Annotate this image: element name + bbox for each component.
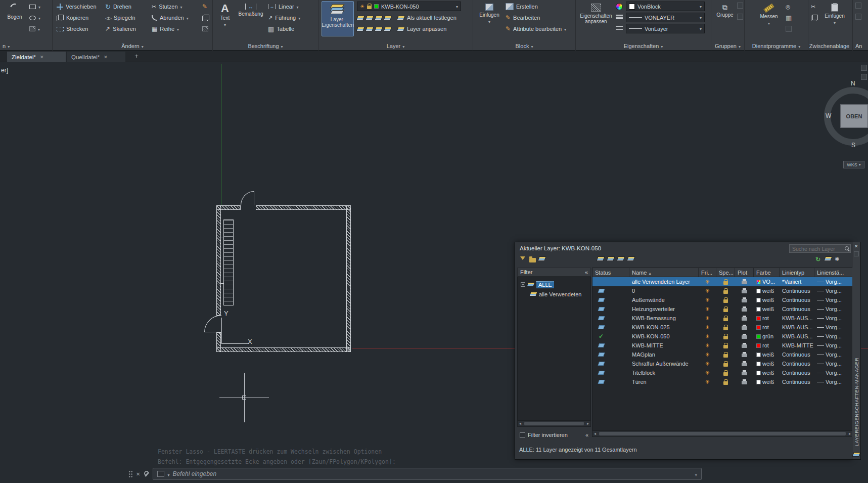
panel-modify-label[interactable]: Ändern bbox=[53, 43, 212, 49]
layer-linetype-cell[interactable]: Continuous bbox=[780, 359, 814, 368]
layer-row[interactable]: Außenwände☀weißContinuousVorg... bbox=[592, 295, 852, 304]
layer-lock-toggle[interactable] bbox=[716, 377, 735, 386]
dock-grip-handle[interactable] bbox=[128, 470, 133, 478]
layer-color-cell[interactable]: grün bbox=[754, 332, 780, 341]
autohide-icon[interactable] bbox=[854, 251, 859, 256]
layer-lineweight-cell[interactable]: Vorg... bbox=[814, 332, 853, 341]
layer-status-cell[interactable] bbox=[592, 341, 629, 350]
palette-properties-icon[interactable] bbox=[852, 452, 860, 457]
color-swatch[interactable] bbox=[756, 316, 761, 321]
panel-layer-label[interactable]: Layer bbox=[318, 43, 473, 49]
make-current-button[interactable]: Als aktuell festlegen bbox=[397, 13, 456, 23]
lock-icon[interactable] bbox=[723, 336, 728, 339]
layer-freeze-toggle[interactable]: ☀ bbox=[699, 295, 716, 304]
layer-thaw-icon[interactable] bbox=[365, 27, 374, 31]
chevron-down-icon[interactable] bbox=[768, 21, 770, 26]
layer-freeze-toggle[interactable]: ☀ bbox=[699, 314, 716, 323]
tree-collapse-box[interactable]: − bbox=[521, 282, 525, 287]
close-icon[interactable]: ✕ bbox=[104, 55, 108, 60]
layer-unlock-icon[interactable] bbox=[374, 27, 383, 31]
layer-status-cell[interactable] bbox=[592, 368, 629, 377]
ungroup-icon[interactable] bbox=[737, 3, 743, 9]
chevron-down-icon[interactable] bbox=[38, 26, 40, 32]
close-icon[interactable]: ✕ bbox=[40, 55, 44, 60]
stretch-button[interactable]: Strecken bbox=[57, 24, 88, 34]
sun-icon[interactable]: ☀ bbox=[705, 288, 710, 294]
layer-row[interactable]: Schraffur Außenwände☀weißContinuousVorg.… bbox=[592, 359, 852, 368]
column-header-lock[interactable]: Spe... bbox=[716, 268, 735, 277]
invert-filter-checkbox[interactable] bbox=[520, 432, 525, 438]
ellipse-button[interactable] bbox=[29, 13, 40, 23]
text-button[interactable]: A Text bbox=[215, 1, 235, 36]
lock-icon[interactable] bbox=[723, 345, 728, 348]
column-header-color[interactable]: Farbe bbox=[754, 268, 780, 277]
layer-linetype-cell[interactable]: KWB-AUS... bbox=[780, 314, 814, 323]
search-icon[interactable] bbox=[845, 246, 850, 251]
color-swatch[interactable] bbox=[756, 298, 761, 302]
chevron-down-icon[interactable] bbox=[224, 22, 226, 27]
layer-lineweight-cell[interactable]: Vorg... bbox=[814, 377, 853, 386]
chevron-down-icon[interactable] bbox=[180, 4, 182, 10]
sun-icon[interactable]: ☀ bbox=[705, 316, 710, 321]
chevron-down-icon[interactable] bbox=[564, 26, 566, 32]
column-header-plot[interactable]: Plot bbox=[735, 268, 754, 277]
panel-block-label[interactable]: Block bbox=[473, 43, 575, 49]
layer-plot-toggle[interactable] bbox=[735, 277, 754, 286]
tab-quelldatei[interactable]: Quelldatei* ✕ bbox=[67, 52, 125, 62]
chevron-down-icon[interactable] bbox=[700, 26, 702, 31]
refresh-icon[interactable] bbox=[815, 256, 820, 262]
printer-icon[interactable] bbox=[742, 335, 747, 339]
layer-lock-toggle[interactable] bbox=[716, 286, 735, 295]
layer-status-cell[interactable] bbox=[592, 359, 629, 368]
column-header-name[interactable]: Name▲ bbox=[629, 268, 699, 277]
panel-utilities-label[interactable]: Dienstprogramme bbox=[745, 43, 808, 49]
layer-color-cell[interactable]: weiß bbox=[754, 295, 780, 304]
layer-name[interactable]: MAGplan bbox=[629, 350, 699, 359]
scroll-right-icon[interactable]: ▸ bbox=[847, 431, 852, 436]
color-swatch[interactable] bbox=[756, 325, 761, 330]
layer-linetype-cell[interactable]: KWB-MITTE bbox=[780, 341, 814, 350]
printer-icon[interactable] bbox=[742, 290, 747, 293]
table-button[interactable]: Tabelle bbox=[268, 24, 294, 34]
layer-freeze-icon[interactable] bbox=[374, 16, 383, 20]
layer-lock-toggle[interactable] bbox=[716, 341, 735, 350]
layer-lock-toggle[interactable] bbox=[716, 277, 735, 286]
layer-row[interactable]: KWB-MITTE☀rotKWB-MITTEVorg... bbox=[592, 341, 852, 350]
layer-plot-toggle[interactable] bbox=[735, 314, 754, 323]
printer-icon[interactable] bbox=[742, 326, 747, 330]
sun-icon[interactable]: ☀ bbox=[705, 279, 710, 285]
edit-block-button[interactable]: Bearbeiten bbox=[506, 13, 540, 23]
color-swatch[interactable] bbox=[756, 380, 761, 384]
layer-color-cell[interactable]: rot bbox=[754, 341, 780, 350]
layer-status-cell[interactable] bbox=[592, 304, 629, 314]
layer-freeze-toggle[interactable]: ☀ bbox=[699, 368, 716, 377]
scroll-left-icon[interactable]: ◂ bbox=[518, 421, 523, 426]
layer-linetype-cell[interactable]: *Variiert bbox=[780, 277, 814, 286]
layer-status-cell[interactable] bbox=[592, 314, 629, 323]
layer-status-cell[interactable] bbox=[592, 286, 629, 295]
sun-icon[interactable] bbox=[360, 4, 364, 9]
layer-plot-toggle[interactable] bbox=[735, 368, 754, 377]
wks-badge[interactable]: WKS bbox=[843, 161, 864, 168]
round-button[interactable]: Abrunden bbox=[152, 13, 189, 23]
scroll-left-icon[interactable]: ◂ bbox=[592, 431, 598, 436]
layer-plot-toggle[interactable] bbox=[735, 286, 754, 295]
linear-dim-button[interactable]: Linear bbox=[268, 2, 299, 12]
close-icon[interactable]: ✕ bbox=[136, 471, 140, 477]
set-current-layer-icon[interactable] bbox=[626, 256, 635, 261]
layer-name[interactable]: KWB-KON-050 bbox=[629, 332, 699, 341]
layer-linetype-cell[interactable]: Continuous bbox=[780, 304, 814, 314]
layer-lineweight-cell[interactable]: Vorg... bbox=[814, 368, 853, 377]
collapse-filter-icon[interactable]: « bbox=[585, 269, 588, 275]
layer-row[interactable]: Heizungsverteiler☀weißContinuousVorg... bbox=[592, 304, 852, 314]
layer-lock-toggle[interactable] bbox=[716, 359, 735, 368]
layer-color-cell[interactable]: weiß bbox=[754, 359, 780, 368]
sun-icon[interactable]: ☀ bbox=[705, 334, 710, 339]
edit-attributes-button[interactable]: Attribute bearbeiten bbox=[506, 24, 566, 34]
new-tab-button[interactable]: + bbox=[132, 52, 141, 61]
layer-lock-icon[interactable] bbox=[383, 16, 392, 20]
layer-plot-toggle[interactable] bbox=[735, 359, 754, 368]
layer-row[interactable]: Titelblock☀weißContinuousVorg... bbox=[592, 368, 852, 377]
layer-on-icon[interactable] bbox=[356, 27, 364, 31]
chevron-down-icon[interactable] bbox=[456, 4, 458, 9]
